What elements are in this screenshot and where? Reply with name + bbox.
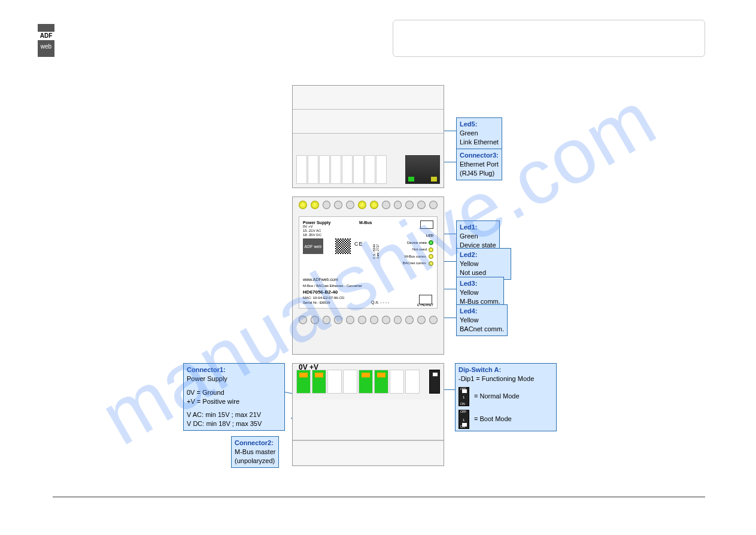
screw-icon (323, 201, 331, 209)
callout-title: Led2: (460, 250, 508, 259)
led-list: Device state Not used M-Bus comm. BACnet… (403, 240, 433, 267)
module-lid (293, 86, 444, 110)
screw-icon (429, 201, 438, 209)
screw-icon (334, 201, 342, 209)
ps-vdc: 18..35V DC (303, 233, 433, 237)
callout-connector1: Connector1: Power Supply 0V = Ground +V … (183, 363, 285, 431)
brand-logo: ADF web (38, 24, 54, 57)
callout-line: Link Ethernet (460, 138, 499, 147)
terminal-block (390, 370, 404, 394)
terminal-block (327, 370, 342, 394)
callout-line: Yellow (460, 259, 508, 268)
screw-row-top (293, 197, 444, 213)
led-dot-icon (429, 261, 433, 266)
rj45-yellow-led (431, 177, 437, 182)
callout-connector3: Connector3: Ethernet Port (RJ45 Plug) (456, 149, 502, 180)
led-name: Not used (412, 247, 427, 251)
screw-icon (311, 201, 319, 209)
callout-title: Connector2: (235, 439, 275, 448)
callout-line: Power Supply (187, 374, 281, 383)
callout-led4: Led4: Yellow BACnet comm. (456, 304, 508, 336)
callout-led5: Led5: Green Link Ethernet (456, 117, 502, 149)
screw-icon (394, 201, 402, 209)
header-info-box (393, 20, 705, 57)
ps-pins: 0V +V (303, 225, 433, 229)
callout-title: Connector1: (187, 365, 281, 374)
screw-icon (299, 201, 307, 209)
callout-line: Yellow (460, 288, 500, 297)
empty-slot (330, 155, 341, 184)
module-lid (293, 400, 444, 440)
device-model: HD67056-B2-40 (303, 289, 338, 295)
screw-icon (382, 316, 390, 324)
device-qn: Q.n. - - - - (371, 300, 389, 304)
dip-switch-a (429, 370, 440, 394)
dip-panel-icon (420, 220, 433, 229)
callout-line: -Dip1 = Functioning Mode (459, 374, 553, 383)
screw-icon (405, 201, 414, 209)
callout-title: Led4: (460, 307, 504, 316)
dip-icon-boot: OFF 1 ON (459, 410, 469, 429)
dip-normal-row: OFF 1 ON = Normal Mode (459, 387, 553, 406)
screw-row-bottom (293, 312, 444, 328)
callout-line: Not used (460, 268, 508, 277)
screw-icon (299, 316, 307, 324)
empty-slot (308, 155, 318, 184)
one-label: 1 (463, 395, 464, 400)
logo-adf: ADF (38, 32, 54, 40)
terminal-block (405, 370, 420, 394)
power-terminal (296, 370, 311, 394)
rj45-row (293, 134, 444, 188)
callout-line: BACnet comm. (460, 325, 504, 334)
ce-mark-icon: CE (354, 241, 363, 247)
mbus-terminal (374, 370, 388, 394)
screw-icon (311, 316, 319, 324)
led-dot-icon (429, 254, 433, 259)
rj45-green-led (408, 177, 414, 182)
empty-slot (353, 155, 364, 184)
callout-dip-switch: Dip-Switch A: -Dip1 = Functioning Mode O… (455, 363, 557, 431)
led-name: BACnet comm. (403, 261, 427, 265)
screw-icon (334, 316, 342, 324)
empty-slot (365, 155, 375, 184)
led-name: M-Bus comm. (405, 255, 427, 258)
mbus-title: M-Bus (359, 220, 372, 225)
screw-icon (346, 201, 354, 209)
logo-web: web (41, 40, 51, 50)
device-mid-module: Power Supply 0V +V 15..21V AC 18..35V DC… (292, 197, 444, 355)
adf-small-logo: ADF web (303, 238, 323, 254)
mbus-terminal (359, 370, 373, 394)
ethernet-label: ETHERNET (417, 303, 433, 307)
callout-title: Dip-Switch A: (459, 365, 553, 374)
one-label: 1 (463, 418, 464, 422)
cs-text: C.S.: B244Date: 2717 (372, 244, 379, 259)
screw-icon (429, 316, 438, 324)
device-label-panel: Power Supply 0V +V 15..21V AC 18..35V DC… (299, 216, 438, 309)
screw-icon (358, 201, 366, 209)
callout-led3: Led3: Yellow M-Bus comm. (456, 277, 504, 309)
callout-line: Green (460, 232, 496, 241)
terminal-block (343, 370, 357, 394)
dip-boot-row: OFF 1 ON = Boot Mode (459, 410, 553, 429)
module-lid (293, 440, 444, 464)
device-diagram: Power Supply 0V +V 15..21V AC 18..35V DC… (183, 85, 566, 468)
screw-icon (382, 201, 390, 209)
callout-line: +V = Positive wire (187, 397, 281, 406)
callout-line: (unpolaryzed) (235, 457, 275, 466)
callout-title: Led1: (460, 223, 496, 232)
empty-slot (376, 155, 387, 184)
rj45-port (405, 155, 440, 184)
led-section-title: LED (426, 234, 433, 237)
dip-icon-normal: OFF 1 ON (459, 387, 469, 406)
callout-title: Connector3: (460, 151, 499, 160)
led-name: Device state (407, 241, 427, 244)
on-label: ON (460, 402, 465, 406)
dip-switch-icon (462, 423, 467, 427)
dip-switch-icon (462, 389, 467, 393)
screw-icon (346, 316, 354, 324)
callout-line: Green (460, 129, 499, 138)
terminal-row: 0V +V (293, 364, 444, 400)
screw-icon (417, 201, 426, 209)
module-lid (293, 110, 444, 134)
device-desc: M-Bus / BACnet Ethernet - Converter (303, 284, 362, 288)
